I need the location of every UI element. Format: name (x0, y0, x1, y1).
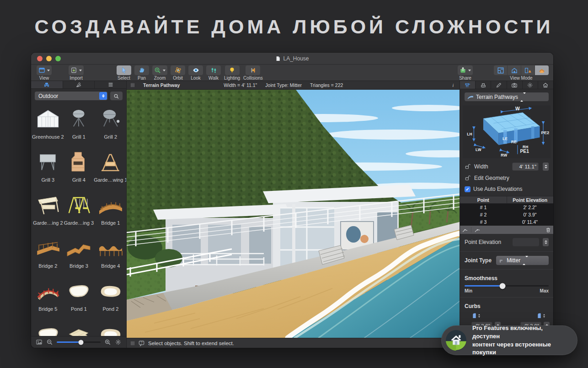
help-tip-icon[interactable]: ? (138, 340, 145, 346)
point-row[interactable]: # 1 2' 2.2" (460, 204, 553, 211)
library-item[interactable]: Greenhouse 2 (32, 104, 64, 147)
grill-kettle2-thumb (97, 106, 124, 131)
import-button[interactable]: Import (69, 65, 84, 81)
smoothness-label: Smoothness (460, 271, 553, 282)
image-view-icon[interactable] (36, 339, 43, 346)
drag-grip-icon[interactable] (130, 82, 135, 88)
smooth-node-icon[interactable] (474, 227, 481, 233)
view-mode-segment-split-view-icon[interactable] (521, 65, 535, 75)
tab-pathway-tool-tab-icon[interactable] (460, 81, 476, 89)
library-item[interactable]: Pond 1 (64, 276, 94, 319)
garden-swing-thumb (97, 149, 124, 174)
viewport-header: Terrain Pathway Width = 4' 11.1" Joint T… (127, 81, 460, 90)
fullscreen-button[interactable] (55, 56, 61, 61)
diagram-label-rw: RW (501, 153, 507, 157)
svg-text:i: i (453, 83, 454, 88)
library-item[interactable]: Grill 3 (32, 147, 64, 190)
greenhouse-thumb (35, 106, 61, 131)
library-item[interactable]: Bridge 1 (94, 190, 126, 233)
point-row[interactable]: # 2 0' 3.9" (460, 211, 553, 218)
search-button[interactable] (110, 92, 123, 100)
object-type-dropdown[interactable]: Terrain Pathways (465, 92, 549, 101)
left-curb-profile-stepper[interactable] (472, 312, 480, 319)
share-button[interactable]: Share (458, 65, 473, 81)
grill-brick-thumb (65, 149, 92, 174)
drag-grip-icon[interactable] (130, 341, 135, 346)
tool-collisions-button[interactable]: Collisions (243, 65, 263, 81)
tab-sun-tab-icon[interactable] (523, 81, 538, 89)
tool-look-button[interactable]: Look (188, 65, 203, 81)
tab-house-tab-icon[interactable] (538, 81, 553, 89)
trash-icon[interactable] (545, 227, 551, 233)
width-input[interactable] (512, 162, 539, 171)
library-item[interactable]: Bridge 2 (32, 233, 64, 276)
tool-zoom-button[interactable]: Zoom (152, 65, 167, 81)
tool-orbit-button[interactable]: Orbit (171, 65, 185, 81)
gear-icon[interactable] (115, 339, 122, 346)
library-item[interactable] (32, 319, 64, 336)
close-button[interactable] (37, 56, 43, 61)
view-mode-segment-floorplan-2d-icon[interactable] (494, 65, 508, 75)
pathway-diagram: W PE2 PE1 LH LW LE RE RH RW (463, 104, 551, 160)
smoothness-slider[interactable] (465, 285, 549, 287)
edit-geometry-label: Edit Geometry (474, 175, 509, 181)
tool-lighting-button[interactable]: Lighting (224, 65, 240, 81)
pond-rim-thumb (97, 321, 124, 336)
collision-icon (250, 67, 257, 74)
point-elevation-stepper[interactable] (543, 238, 549, 246)
joint-type-dropdown[interactable]: Mitter (496, 256, 549, 265)
minimize-button[interactable] (46, 56, 52, 61)
library-item[interactable]: Bridge 5 (32, 276, 64, 319)
library-item[interactable] (94, 319, 126, 336)
library-item[interactable]: Grill 4 (64, 147, 94, 190)
zoom-out-icon[interactable] (46, 339, 53, 346)
tab-pencil-tab-icon[interactable] (491, 81, 507, 89)
thumbnail-zoom-slider[interactable] (57, 341, 101, 343)
library-item[interactable]: Grill 1 (64, 104, 94, 147)
dropdown-caret-icon (523, 257, 528, 264)
tab-materials-tab-icon[interactable] (63, 81, 95, 88)
view-mode-segment-elevation-icon[interactable] (508, 65, 521, 75)
library-item[interactable]: Garde…wing 1 (94, 147, 126, 190)
column-point: Point (460, 196, 507, 203)
info-icon[interactable]: i (450, 82, 456, 88)
joint-type-label: Joint Type (465, 257, 492, 264)
joint-corner-icon (498, 258, 504, 264)
notification-line2: контент через встроенные покупки (472, 341, 571, 357)
width-stepper[interactable] (543, 162, 549, 171)
library-item[interactable]: Grill 2 (94, 104, 126, 147)
split-view-icon (524, 67, 532, 74)
sharp-node-icon[interactable] (462, 227, 468, 233)
point-elevation-input[interactable] (513, 238, 539, 246)
bridge-arch-thumb (97, 192, 124, 217)
category-dropdown[interactable]: Outdoor (35, 92, 107, 100)
library-item[interactable]: Pond 2 (94, 276, 126, 319)
scene-3d-beach-house[interactable] (127, 90, 460, 338)
tool-walk-button[interactable]: Walk (206, 65, 221, 81)
library-item[interactable] (64, 319, 94, 336)
tab-furniture-tab-icon[interactable] (31, 81, 63, 88)
right-curb-profile-stepper[interactable] (537, 312, 545, 319)
view-mode-segment-roof-3d-icon[interactable] (535, 65, 549, 75)
lock-open-icon[interactable] (465, 175, 471, 181)
tool-pan-button[interactable]: Pan (134, 65, 149, 81)
auto-elevations-checkbox[interactable]: ✓ (465, 186, 470, 192)
library-item[interactable]: Garde…ing 2 (32, 190, 64, 233)
library-item[interactable]: Garde…ing 3 (64, 190, 94, 233)
view-button[interactable]: View (37, 65, 52, 81)
tab-brush-tab-icon[interactable] (476, 81, 491, 89)
zoom-in-icon[interactable] (104, 339, 111, 346)
point-row[interactable]: # 3 0' 11.4" (460, 218, 553, 226)
lock-open-icon[interactable] (465, 163, 471, 170)
bridge-multi-thumb (97, 235, 124, 260)
diagram-label-lh: LH (467, 132, 472, 136)
max-label: Max (540, 288, 549, 293)
library-item[interactable]: Bridge 4 (94, 233, 126, 276)
library-item[interactable]: Bridge 3 (64, 233, 94, 276)
width-readout: Width = 4' 11.1" (224, 82, 257, 88)
tab-camera-tab-icon[interactable] (507, 81, 523, 89)
tab-list-tab-icon[interactable] (95, 81, 126, 88)
tool-select-button[interactable]: Select (117, 65, 131, 81)
screenshot-stage: СОЗДАВАЙТЕ ДОМА ЛЮБОЙ СЛОЖНОСТИ LA_House… (0, 0, 588, 368)
pro-features-notification[interactable]: Pro Features включены, доступен контент … (441, 325, 577, 355)
